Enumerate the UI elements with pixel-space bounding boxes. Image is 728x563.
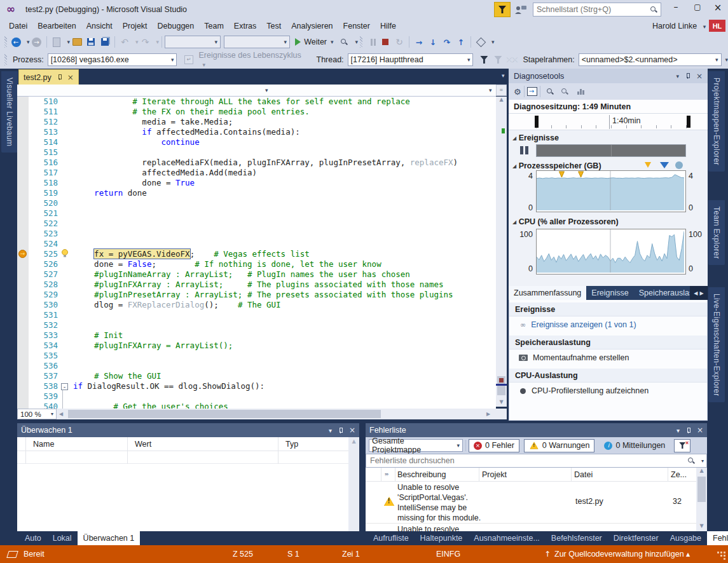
code-line-527[interactable]: 527 #plugInNameArray : ArrayList; # Plug… — [17, 269, 410, 280]
watch-col-name[interactable]: Name — [29, 437, 122, 451]
watch-scrollbar[interactable]: ▲ — [348, 437, 359, 531]
code-line-522[interactable]: 522 — [17, 219, 75, 229]
timeline-ruler[interactable]: 1:40min — [509, 114, 708, 130]
toolbar-overflow-icon[interactable]: ▾ — [725, 57, 728, 63]
step-out-button[interactable]: ↑ — [454, 35, 468, 49]
code-line-535[interactable]: 535 — [17, 351, 75, 361]
find-in-files-button[interactable] — [338, 35, 352, 49]
menu-item-hilfe[interactable]: Hilfe — [375, 20, 401, 32]
gc-marker-legend-icon[interactable] — [660, 162, 669, 168]
errorlist-search-box[interactable]: ▾ — [366, 454, 707, 468]
tab-scroll-arrows[interactable]: ◀▶ — [690, 286, 708, 300]
suspend-threads-button[interactable]: ⤫⤬ — [505, 53, 519, 67]
timeline-start-marker[interactable] — [535, 116, 539, 128]
error-row[interactable]: Unable to resolve'ScriptPortal.Vegas'.In… — [366, 482, 696, 524]
resize-grip[interactable] — [717, 552, 719, 553]
errorlist-rows[interactable]: Unable to resolve'ScriptPortal.Vegas'.In… — [366, 482, 696, 531]
tab--berwachen-1[interactable]: Überwachen 1 — [78, 531, 141, 545]
menu-item-fenster[interactable]: Fenster — [338, 20, 375, 32]
code-editor[interactable]: 510 # Iterate through ALL the takes for … — [17, 97, 496, 409]
lifecycle-events-button[interactable]: ↵ — [182, 53, 196, 67]
toolbar-overflow-icon[interactable]: ▾ — [491, 39, 495, 45]
menu-item-datei[interactable]: Datei — [4, 20, 32, 32]
tab-lokal[interactable]: Lokal — [47, 531, 78, 545]
code-line-520[interactable]: 520 — [17, 198, 75, 208]
debug-configuration-combo[interactable]: ▾ — [165, 36, 221, 48]
menu-item-ansicht[interactable]: Ansicht — [81, 20, 118, 32]
menu-item-team[interactable]: Team — [199, 20, 229, 32]
errorlist-title-bar[interactable]: Fehlerliste ▾ × — [366, 423, 707, 437]
watch-col-wert[interactable]: Wert — [131, 437, 151, 451]
tab-haltepunkte[interactable]: Haltepunkte — [415, 531, 469, 545]
memory-legend-dot-icon[interactable] — [675, 161, 683, 169]
hscrollbar-thumb[interactable] — [68, 410, 381, 418]
fold-collapse-icon[interactable]: - — [61, 383, 68, 390]
events-section-header[interactable]: ◢ Ereignisse — [512, 133, 559, 142]
tab-ausnahmeeinste-[interactable]: Ausnahmeeinste... — [468, 531, 546, 545]
errors-filter-button[interactable]: ×0 Fehler — [469, 439, 519, 452]
menu-item-bearbeiten[interactable]: Bearbeiten — [32, 20, 81, 32]
current-statement-icon[interactable]: → — [18, 250, 27, 258]
user-name[interactable]: Harold Linke ▾ — [652, 22, 706, 31]
zoom-in-icon[interactable] — [547, 88, 554, 95]
events-pause-icon[interactable] — [520, 146, 523, 154]
pin-icon[interactable] — [685, 73, 690, 79]
debug-platform-combo[interactable]: ▾ — [224, 36, 290, 48]
code-line-539[interactable]: 539 — [17, 391, 75, 402]
watch-title-bar[interactable]: Überwachen 1 ▾ × — [17, 423, 359, 437]
watch-body[interactable]: Name Wert Typ ▲ — [17, 437, 359, 531]
cpu-section-header[interactable]: ◢ CPU (% aller Prozessoren) — [512, 217, 619, 226]
code-line-537[interactable]: 537 # Show the GUI — [17, 371, 161, 381]
tab-close-icon[interactable]: × — [67, 73, 74, 82]
tab-befehlsfenster[interactable]: Befehlsfenster — [546, 531, 608, 545]
menu-item-extras[interactable]: Extras — [229, 20, 261, 32]
redo-button[interactable]: ↷ — [139, 35, 153, 49]
scroll-down-icon[interactable]: ▼ — [496, 399, 507, 405]
code-line-515[interactable]: 515 — [17, 147, 75, 158]
new-file-button[interactable] — [50, 35, 64, 49]
editor-navigation-bar[interactable]: ▾ ▾ — [17, 85, 496, 97]
nav-types-dropdown-icon[interactable]: ▾ — [265, 87, 268, 93]
code-line-521[interactable]: 521 — [17, 208, 75, 219]
document-list-dropdown-icon[interactable]: ▾ — [502, 72, 505, 79]
search-options-icon[interactable]: ▾ — [701, 458, 704, 464]
pause-button[interactable] — [364, 35, 378, 49]
code-line-534[interactable]: 534 #plugInFXArray = ArrayList(); — [17, 341, 233, 351]
window-menu-icon[interactable]: ▾ — [329, 427, 332, 434]
record-cpu-profile-link[interactable]: CPU-Profilerstellung aufzeichnen — [520, 386, 649, 395]
memory-section-header[interactable]: ◢ Prozessspeicher (GB) — [512, 161, 601, 170]
right-tab-projektmappen-explorer[interactable]: Projektmappen-Explorer — [708, 71, 725, 172]
code-line-512[interactable]: 512 media = take.Media; — [17, 117, 233, 127]
tab-auto[interactable]: Auto — [19, 531, 47, 545]
thread-combo[interactable]: [17216] Hauptthread▾ — [348, 53, 474, 66]
tab-aufrufliste[interactable]: Aufrufliste — [367, 531, 415, 545]
search-icon[interactable] — [688, 458, 695, 465]
code-line-523[interactable]: 523 — [17, 229, 75, 239]
cpu-chart[interactable] — [536, 229, 686, 275]
menu-item-analysieren[interactable]: Analysieren — [286, 20, 338, 32]
messages-filter-button[interactable]: i0 Mitteilungen — [599, 439, 670, 452]
breakpoint-settings-button[interactable] — [474, 35, 488, 49]
scroll-up-icon[interactable]: ▲ — [496, 97, 507, 102]
code-line-516[interactable]: 516 replaceMediaFX(media, plugInFXArray,… — [17, 158, 458, 168]
diag-tab-ereignisse[interactable]: Ereignisse — [586, 286, 633, 300]
memory-chart[interactable] — [536, 170, 686, 212]
code-line-517[interactable]: 517 affectedMedia.Add(media) — [17, 168, 257, 178]
code-line-514[interactable]: 514 continue — [17, 137, 200, 147]
code-line-532[interactable]: 532 — [17, 320, 75, 330]
toolbar-grip[interactable] — [4, 54, 7, 65]
diag-tab-zusammenfassung[interactable]: Zusammenfassung — [509, 286, 586, 300]
diagnostics-title-bar[interactable]: Diagnosetools ▾ × — [509, 69, 708, 83]
left-tab-visueller-livebaum[interactable]: Visueller Livebaum — [1, 71, 18, 153]
code-line-530[interactable]: 530 dlog = FXReplacerDialog(); # The GUI — [17, 300, 281, 310]
chevron-down-icon[interactable]: ▾ — [156, 39, 160, 45]
pin-icon[interactable] — [57, 74, 62, 80]
step-into-button[interactable]: ↓ — [426, 35, 440, 49]
severity-column-icon[interactable]: ❠ — [385, 470, 388, 477]
events-track[interactable] — [536, 144, 686, 157]
scroll-right-icon[interactable]: ▶ — [486, 411, 490, 417]
document-tab-test2py[interactable]: test2.py × — [18, 69, 79, 85]
editor-scrollbar[interactable]: ▲ ▼ — [496, 97, 507, 407]
errorlist-scrollbar[interactable]: ▲ ▼ — [696, 468, 707, 531]
errorlist-search-input[interactable] — [366, 456, 688, 465]
